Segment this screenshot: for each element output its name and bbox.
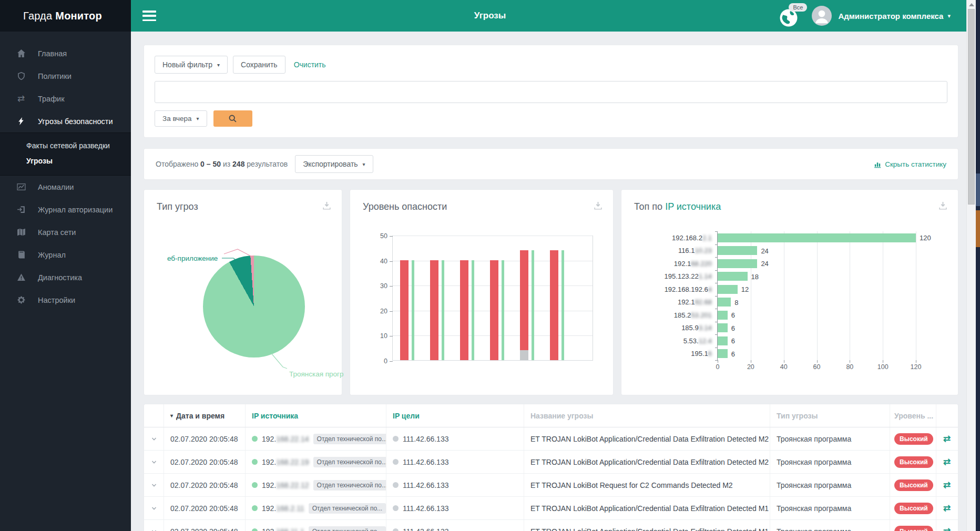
cell-ip-source: 192.168.22.12Отдел технической по... [246, 474, 386, 496]
pie-chart: еб-приложение Троянская прогр [157, 212, 329, 386]
column-header[interactable]: Название угрозы [524, 404, 770, 427]
new-filter-button[interactable]: Новый фильтр ▾ [155, 56, 228, 74]
sidebar-item-bolt[interactable]: Угрозы безопасности [0, 110, 131, 132]
cell-datetime: 02.07.2020 20:05:48 [164, 520, 246, 531]
cell-threat-type: Троянская программа [770, 474, 890, 496]
x-tick-label: 100 [877, 363, 889, 371]
cell-ip-target: 111.42.66.133 [386, 474, 524, 496]
sidebar-subitem[interactable]: Угрозы [0, 154, 131, 169]
expand-row-chevron-icon[interactable] [144, 451, 164, 473]
map-icon [16, 228, 26, 237]
gridline [883, 231, 883, 360]
expand-row-chevron-icon[interactable] [144, 520, 164, 531]
sidebar-item-warning[interactable]: Диагностика [0, 266, 131, 289]
download-icon[interactable] [938, 201, 947, 212]
column-header[interactable]: Уровень ... [890, 404, 936, 427]
cell-level: Высокий [890, 497, 936, 519]
source-status-dot [252, 528, 258, 531]
sidebar-item-journal[interactable]: Журнал [0, 243, 131, 266]
gridline [393, 236, 593, 236]
sidebar-subitem[interactable]: Факты сетевой разведки [0, 138, 131, 154]
y-tick-label: 10 [372, 332, 387, 340]
sidebar-item-map[interactable]: Карта сети [0, 221, 131, 243]
sidebar-item-login[interactable]: Журнал авторизации [0, 198, 131, 221]
ip-bar: 6 [718, 349, 728, 358]
sidebar-item-label: Политики [38, 72, 72, 80]
level-badge: Высокий [894, 526, 933, 531]
traffic-link-icon[interactable]: ⇄ [943, 456, 951, 467]
traffic-link-icon[interactable]: ⇄ [943, 526, 951, 531]
column-header[interactable]: IP источника [246, 404, 386, 427]
sidebar: Гарда Монитор ГлавнаяПолитики⇄ТрафикУгро… [0, 0, 131, 531]
search-button[interactable] [213, 110, 252, 127]
sidebar-item-label: Аномалии [38, 183, 74, 191]
sidebar-item-label: Настройки [38, 296, 75, 304]
column-header[interactable]: Тип угрозы [770, 404, 890, 427]
traffic-link-icon[interactable]: ⇄ [943, 433, 951, 444]
traffic-link-icon[interactable]: ⇄ [943, 503, 951, 514]
bar-red [520, 250, 528, 350]
danger-level-chart-card: Уровень опасности 01020304050 [350, 190, 613, 395]
source-status-dot [252, 505, 258, 511]
toggle-statistics-link[interactable]: Скрыть статистику [874, 160, 946, 168]
sidebar-item-label: Трафик [38, 95, 65, 103]
sidebar-item-shield[interactable]: Политики [0, 65, 131, 87]
save-filter-button[interactable]: Сохранить [233, 56, 285, 74]
export-button[interactable]: Экспортировать ▾ [295, 155, 373, 173]
sidebar-item-chart[interactable]: Аномалии [0, 176, 131, 198]
cell-level: Высокий [890, 427, 936, 450]
globe-menu[interactable]: Все [779, 4, 800, 27]
y-tick-mark [715, 270, 718, 271]
cell-actions: ⇄ [936, 474, 957, 496]
y-tick-label: 50 [372, 232, 387, 240]
table-row: 02.07.2020 20:05:48192.168.22.19Отдел те… [144, 451, 958, 474]
cell-threat-name: ET TROJAN LokiBot Request for C2 Command… [524, 474, 770, 496]
sidebar-item-home[interactable]: Главная [0, 42, 131, 65]
scrollbar-thumb[interactable] [968, 9, 975, 205]
cell-ip-target: 111.42.66.133 [386, 427, 524, 450]
ip-label: 116.110.23 [634, 244, 717, 258]
threats-table: ▾Дата и времяIP источникаIP целиНазвание… [144, 404, 958, 531]
expand-row-chevron-icon[interactable] [144, 497, 164, 519]
sidebar-item-gear[interactable]: Настройки [0, 289, 131, 311]
sidebar-item-traffic[interactable]: ⇄Трафик [0, 87, 131, 110]
column-header[interactable]: ▾Дата и время [164, 404, 246, 427]
column-header[interactable]: IP цели [386, 404, 524, 427]
download-icon[interactable] [594, 201, 603, 212]
vertical-scrollbar[interactable] [966, 0, 976, 531]
avatar[interactable] [812, 6, 832, 26]
shield-icon [16, 72, 26, 81]
bar-value: 18 [751, 272, 759, 280]
gridline [850, 231, 850, 360]
expand-row-chevron-icon[interactable] [144, 474, 164, 496]
results-bar: Отображено 0 – 50 из 248 результатов Экс… [144, 149, 958, 179]
ip-source-link[interactable]: IP источника [665, 201, 721, 212]
cell-ip-source: 192.168.11.1Отдел технической по... [246, 520, 386, 531]
table-row: 02.07.2020 20:05:48192.168.2.11Отдел тех… [144, 497, 958, 520]
brand-logo: Гарда Монитор [0, 0, 131, 32]
cell-threat-type: Троянская программа [770, 451, 890, 473]
bar-red [460, 260, 468, 360]
period-select[interactable]: За вчера ▾ [155, 110, 207, 127]
level-badge: Высокий [894, 503, 933, 514]
traffic-link-icon[interactable]: ⇄ [943, 479, 951, 491]
bar-red [490, 260, 498, 360]
user-menu[interactable]: Администратор комплекса [838, 12, 943, 21]
bar-value: 6 [731, 324, 735, 332]
sidebar-item-label: Диагностика [38, 273, 82, 282]
source-status-dot [252, 436, 258, 442]
bar-red [400, 260, 409, 360]
level-badge: Высокий [894, 456, 933, 468]
expand-row-chevron-icon[interactable] [144, 427, 164, 450]
level-badge: Высокий [894, 479, 933, 491]
clear-filter-link[interactable]: Очистить [294, 60, 326, 69]
download-icon[interactable] [322, 201, 331, 212]
scroll-up-arrow[interactable] [969, 3, 974, 6]
cell-level: Высокий [890, 451, 936, 473]
filter-query-input[interactable] [155, 81, 947, 103]
y-tick-mark [390, 361, 393, 362]
cell-datetime: 02.07.2020 20:05:48 [164, 427, 246, 450]
chevron-down-icon[interactable]: ▾ [947, 13, 951, 19]
x-tick-label: 0 [716, 363, 720, 371]
hamburger-menu-icon[interactable] [142, 11, 156, 21]
